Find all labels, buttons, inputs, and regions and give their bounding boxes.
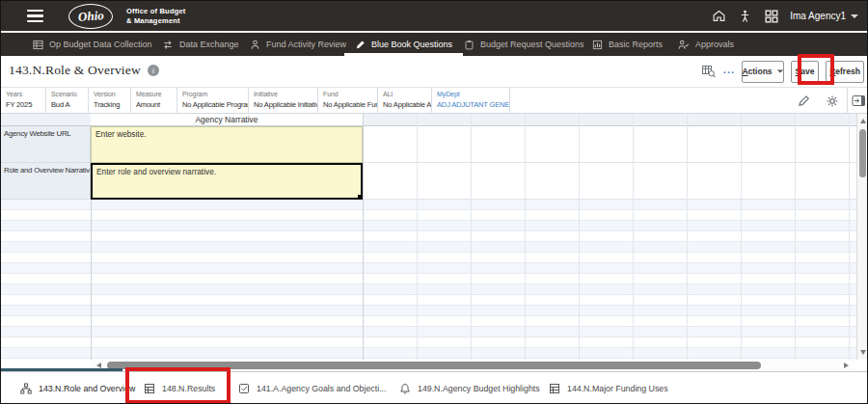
hamburger-menu-icon[interactable] [27, 10, 43, 22]
nav-tab-data-exchange[interactable]: Data Exchange [162, 33, 239, 56]
form-tab-major-funding-uses[interactable]: 144.N.Major Funding Uses [549, 372, 668, 404]
home-icon[interactable] [712, 9, 726, 23]
selection-fill-handle[interactable] [358, 195, 363, 200]
pov-measure[interactable]: MeasureAmount [131, 88, 177, 114]
edit-pencil-icon[interactable] [796, 93, 812, 109]
column-header-agency-narrative: Agency Narrative [91, 114, 363, 126]
row-header-role-overview-narrative: Role and Overview Narrative [1, 163, 91, 200]
settings-gear-icon[interactable] [824, 93, 840, 109]
save-button[interactable]: Save [791, 61, 819, 83]
top-bar: Ohio Office of Budget & Management Ima A… [1, 1, 867, 31]
cell-role-overview-narrative-selected[interactable]: Enter role and overview narrative. [91, 163, 363, 200]
page-title: 143.N.Role & Overview [9, 63, 141, 78]
pov-divider [847, 88, 848, 114]
scroll-right-arrow[interactable] [844, 363, 849, 368]
info-icon[interactable] [148, 65, 159, 76]
bottom-tab-bar: 143.N.Role and Overview 148.N.Results 14… [1, 371, 867, 403]
title-bar: 143.N.Role & Overview ... Actions Save R… [1, 56, 867, 87]
ohio-logo: Ohio [68, 4, 113, 29]
nav-bar: Op Budget Data Collection Data Exchange … [1, 33, 867, 56]
form-tab-agency-goals[interactable]: 141.A.Agency Goals and Objecti... [238, 372, 386, 404]
form-tab-results[interactable]: 148.N.Results [144, 372, 215, 404]
data-grid: Agency Narrative Agency Website URL Ente… [1, 114, 856, 360]
pov-bar: YearsFY 2025 ScenarioBud A VersionTracki… [1, 87, 867, 114]
form-tab-role-and-overview[interactable]: 143.N.Role and Overview [20, 372, 135, 404]
horizontal-scroll-thumb[interactable] [107, 362, 761, 369]
collapse-panel-icon[interactable] [851, 93, 867, 109]
grid-empty-rows [1, 200, 856, 359]
user-menu[interactable]: Ima Agency1 [790, 11, 858, 21]
horizontal-scrollbar[interactable] [91, 360, 856, 371]
actions-button[interactable]: Actions [742, 61, 784, 83]
pov-fund[interactable]: FundNo Applicable Fund [318, 88, 378, 114]
user-name: Ima Agency1 [790, 11, 846, 21]
accessibility-person-icon[interactable] [738, 9, 752, 23]
adhoc-grid-search-icon[interactable] [701, 65, 717, 78]
cell-agency-website-url[interactable]: Enter website. [91, 126, 363, 163]
pov-years[interactable]: YearsFY 2025 [1, 88, 46, 114]
scroll-down-arrow[interactable] [860, 350, 866, 355]
pov-scenario[interactable]: ScenarioBud A [46, 88, 89, 114]
apps-grid-icon[interactable] [764, 9, 778, 23]
scroll-up-arrow[interactable] [860, 119, 866, 123]
nav-tab-blue-book-questions[interactable]: Blue Book Questions [344, 33, 463, 56]
form-tab-budget-highlights[interactable]: 149.N.Agency Budget Highlights [399, 372, 540, 404]
vertical-scroll-thumb[interactable] [859, 129, 866, 177]
pov-initiative[interactable]: InitiativeNo Applicable Initiative [249, 88, 318, 114]
app-window: Ohio Office of Budget & Management Ima A… [0, 0, 868, 404]
more-actions-ellipsis[interactable]: ... [723, 65, 735, 78]
vertical-scrollbar[interactable] [856, 114, 868, 360]
nav-tab-basic-reports[interactable]: Basic Reports [592, 33, 663, 56]
pov-ali[interactable]: ALINo Applicable ALI [378, 88, 432, 114]
nav-tab-budget-request-questions[interactable]: Budget Request Questions [464, 33, 584, 56]
pov-mydept-link[interactable]: MyDeptADJ ADJUTANT GENERAL [432, 88, 510, 114]
chevron-down-icon [776, 69, 782, 72]
nav-tab-op-budget-data-collection[interactable]: Op Budget Data Collection [33, 33, 152, 56]
chevron-down-icon [851, 14, 858, 18]
refresh-button[interactable]: Refresh [826, 61, 864, 83]
brand-text: Office of Budget & Management [126, 7, 186, 25]
nav-tab-approvals[interactable]: Approvals [678, 33, 734, 56]
pov-program[interactable]: ProgramNo Applicable Program [177, 88, 249, 114]
row-header-agency-website-url: Agency Website URL [1, 126, 91, 163]
nav-tab-fund-activity-review[interactable]: Fund Activity Review [250, 33, 346, 56]
pov-version[interactable]: VersionTracking [89, 88, 131, 114]
